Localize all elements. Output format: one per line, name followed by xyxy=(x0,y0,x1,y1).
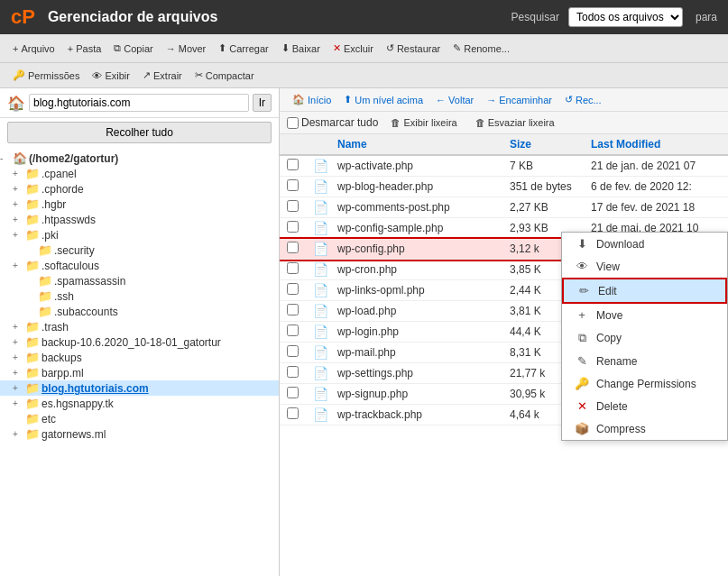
tree-toggle[interactable]: + xyxy=(13,230,25,240)
file-checkbox-cell[interactable] xyxy=(280,384,306,405)
tree-toggle[interactable]: + xyxy=(13,184,25,194)
file-checkbox[interactable] xyxy=(287,159,299,170)
tree-item-etc[interactable]: 📁 etc xyxy=(0,411,279,426)
tree-item-trash[interactable]: + 📁 .trash xyxy=(0,319,279,334)
tree-item-pki[interactable]: + 📁 .pki xyxy=(0,227,279,242)
search-select[interactable]: Todos os arquivos xyxy=(568,7,683,27)
tree-toggle[interactable]: + xyxy=(13,322,25,332)
cm-rename[interactable]: ✎ Rename xyxy=(562,350,727,372)
move-button[interactable]: → Mover xyxy=(161,41,212,56)
cm-delete[interactable]: ✕ Delete xyxy=(562,395,727,417)
file-name-cell[interactable]: wp-links-opml.php xyxy=(330,280,502,301)
tree-item-security[interactable]: 📁 .security xyxy=(0,242,279,258)
tree-toggle[interactable]: + xyxy=(13,261,25,270)
tree-item-ssh[interactable]: 📁 .ssh xyxy=(0,288,279,304)
tree-item-softaculous[interactable]: + 📁 .softaculous xyxy=(0,258,279,273)
file-name-cell[interactable]: wp-comments-post.php xyxy=(330,197,502,218)
file-name-cell[interactable]: wp-login.php xyxy=(330,322,502,343)
file-checkbox[interactable] xyxy=(287,304,299,315)
go-button[interactable]: Ir xyxy=(253,94,272,112)
file-checkbox-cell[interactable] xyxy=(280,280,306,301)
delete-button[interactable]: ✕ Excluir xyxy=(327,41,379,56)
tree-item-es[interactable]: + 📁 es.hgsnappy.tk xyxy=(0,396,279,411)
path-input[interactable] xyxy=(29,94,249,112)
forward-button[interactable]: → Encaminhar xyxy=(481,93,558,107)
file-checkbox-cell[interactable] xyxy=(280,218,306,239)
table-row[interactable]: 📄 wp-blog-header.php 351 de bytes 6 de f… xyxy=(280,177,728,197)
file-name-cell[interactable]: wp-config.php xyxy=(330,239,502,260)
tree-toggle[interactable]: + xyxy=(13,398,25,408)
tree-item-hgbr[interactable]: + 📁 .hgbr xyxy=(0,197,279,212)
size-col-header[interactable]: Size xyxy=(502,134,584,155)
up-button[interactable]: ⬆ Um nível acima xyxy=(338,92,429,107)
file-name-cell[interactable]: wp-blog-header.php xyxy=(330,177,502,197)
tree-toggle[interactable]: - xyxy=(0,153,13,163)
tree-toggle[interactable]: + xyxy=(13,352,25,362)
collapse-button[interactable]: Recolher tudo xyxy=(7,122,272,143)
tree-toggle[interactable]: + xyxy=(13,383,25,393)
tree-toggle[interactable]: + xyxy=(13,199,25,209)
reload-button[interactable]: ↺ Rec... xyxy=(559,92,607,107)
empty-trash-button[interactable]: 🗑 Esvaziar lixeira xyxy=(470,115,560,130)
file-name-cell[interactable]: wp-config-sample.php xyxy=(330,218,502,239)
show-trash-button[interactable]: 🗑 Exibir lixeira xyxy=(385,115,462,130)
tree-item-gatornews[interactable]: + 📁 gatornews.ml xyxy=(0,426,279,442)
tree-toggle[interactable]: + xyxy=(13,368,25,378)
file-checkbox-cell[interactable] xyxy=(280,301,306,322)
modified-col-header[interactable]: Last Modified xyxy=(584,134,728,155)
file-checkbox[interactable] xyxy=(287,407,299,419)
file-checkbox-cell[interactable] xyxy=(280,177,306,197)
upload-button[interactable]: ⬆ Carregar xyxy=(213,41,273,56)
tree-item-subaccounts[interactable]: 📁 .subaccounts xyxy=(0,304,279,319)
file-checkbox[interactable] xyxy=(287,179,299,191)
tree-toggle[interactable]: + xyxy=(13,169,25,178)
extract-button[interactable]: ↗ Extrair xyxy=(137,68,188,83)
tree-item-blog[interactable]: + 📁 blog.hgtutoriais.com xyxy=(0,380,279,396)
home-nav-button[interactable]: 🏠 Início xyxy=(287,92,336,107)
file-checkbox-cell[interactable] xyxy=(280,343,306,363)
tree-toggle[interactable]: + xyxy=(13,215,25,224)
compress-button[interactable]: ✂ Compactar xyxy=(189,68,260,83)
table-row[interactable]: 📄 wp-activate.php 7 KB 21 de jan. de 202… xyxy=(280,155,728,177)
file-checkbox-cell[interactable] xyxy=(280,155,306,177)
back-button[interactable]: ← Voltar xyxy=(430,93,479,107)
tree-item-backup[interactable]: + 📁 backup-10.6.2020_10-18-01_gatortur xyxy=(0,334,279,350)
file-checkbox-cell[interactable] xyxy=(280,322,306,343)
tree-item-cphorde[interactable]: + 📁 .cphorde xyxy=(0,181,279,197)
file-checkbox[interactable] xyxy=(287,262,299,274)
deselect-checkbox[interactable] xyxy=(287,117,299,129)
file-checkbox[interactable] xyxy=(287,345,299,357)
tree-item-cpanel[interactable]: + 📁 .cpanel xyxy=(0,166,279,181)
tree-item-barpp[interactable]: + 📁 barpp.ml xyxy=(0,365,279,380)
file-checkbox[interactable] xyxy=(287,283,299,295)
tree-item-backups[interactable]: + 📁 backups xyxy=(0,350,279,365)
file-checkbox[interactable] xyxy=(287,325,299,336)
new-file-button[interactable]: + Arquivo xyxy=(7,41,60,56)
table-row[interactable]: 📄 wp-comments-post.php 2,27 KB 17 de fev… xyxy=(280,197,728,218)
cm-compress[interactable]: 📦 Compress xyxy=(562,417,727,440)
file-name-cell[interactable]: wp-activate.php xyxy=(330,155,502,177)
cm-edit[interactable]: ✏ Edit xyxy=(562,278,727,304)
file-name-cell[interactable]: wp-settings.php xyxy=(330,363,502,384)
file-name-cell[interactable]: wp-cron.php xyxy=(330,260,502,280)
file-checkbox-cell[interactable] xyxy=(280,363,306,384)
file-checkbox-cell[interactable] xyxy=(280,197,306,218)
file-checkbox[interactable] xyxy=(287,200,299,212)
download-button[interactable]: ⬇ Baixar xyxy=(276,41,326,56)
file-checkbox[interactable] xyxy=(287,366,299,378)
cm-move[interactable]: + Move xyxy=(562,304,727,326)
cm-view[interactable]: 👁 View xyxy=(562,255,727,278)
tree-item-home[interactable]: - 🏠 (/home2/gatortur) xyxy=(0,151,279,166)
tree-toggle[interactable]: + xyxy=(13,337,25,347)
deselect-label[interactable]: Desmarcar tudo xyxy=(287,116,378,129)
new-folder-button[interactable]: + Pasta xyxy=(62,41,107,56)
cm-download[interactable]: ⬇ Download xyxy=(562,233,727,255)
cm-permissions[interactable]: 🔑 Change Permissions xyxy=(562,372,727,395)
cm-copy[interactable]: ⧉ Copy xyxy=(562,326,727,350)
file-name-cell[interactable]: wp-load.php xyxy=(330,301,502,322)
file-checkbox[interactable] xyxy=(287,242,299,253)
copy-button[interactable]: ⧉ Copiar xyxy=(108,41,158,56)
tree-item-spamassassin[interactable]: 📁 .spamassassin xyxy=(0,273,279,288)
tree-toggle[interactable]: + xyxy=(13,429,25,439)
file-checkbox-cell[interactable] xyxy=(280,239,306,260)
